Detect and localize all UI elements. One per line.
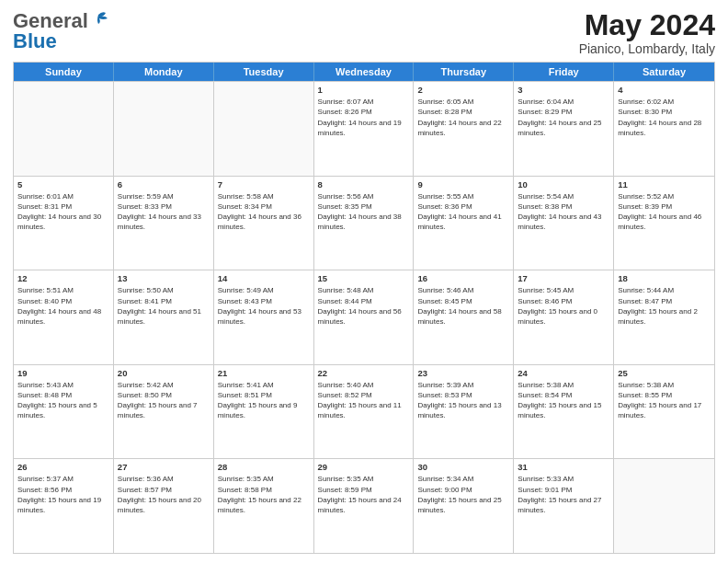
cal-cell: 25Sunrise: 5:38 AM Sunset: 8:55 PM Dayli… <box>614 365 714 459</box>
header-friday: Friday <box>514 63 614 81</box>
cal-week-2: 12Sunrise: 5:51 AM Sunset: 8:40 PM Dayli… <box>14 270 714 364</box>
day-number: 15 <box>318 273 410 283</box>
day-info: Sunrise: 5:33 AM Sunset: 9:01 PM Dayligh… <box>518 474 609 515</box>
cal-cell: 29Sunrise: 5:35 AM Sunset: 8:59 PM Dayli… <box>314 459 415 553</box>
cal-cell <box>14 82 114 176</box>
header-sunday: Sunday <box>14 63 114 81</box>
header-monday: Monday <box>114 63 214 81</box>
day-info: Sunrise: 5:59 AM Sunset: 8:33 PM Dayligh… <box>118 191 210 233</box>
cal-cell: 5Sunrise: 6:01 AM Sunset: 8:31 PM Daylig… <box>14 177 114 270</box>
day-info: Sunrise: 5:39 AM Sunset: 8:53 PM Dayligh… <box>417 380 509 421</box>
day-info: Sunrise: 5:35 AM Sunset: 8:59 PM Dayligh… <box>318 474 410 515</box>
cal-cell: 1Sunrise: 6:07 AM Sunset: 8:26 PM Daylig… <box>314 82 415 176</box>
day-info: Sunrise: 5:35 AM Sunset: 8:58 PM Dayligh… <box>218 474 310 515</box>
cal-cell: 19Sunrise: 5:43 AM Sunset: 8:48 PM Dayli… <box>14 365 114 459</box>
day-info: Sunrise: 6:02 AM Sunset: 8:30 PM Dayligh… <box>618 97 711 138</box>
day-number: 28 <box>218 462 310 472</box>
header: General Blue May 2024 Pianico, Lombardy,… <box>13 9 715 56</box>
day-number: 8 <box>318 179 410 190</box>
day-number: 22 <box>318 368 410 378</box>
day-number: 26 <box>17 462 109 472</box>
cal-cell: 7Sunrise: 5:58 AM Sunset: 8:34 PM Daylig… <box>214 177 314 270</box>
cal-week-1: 5Sunrise: 6:01 AM Sunset: 8:31 PM Daylig… <box>14 176 714 270</box>
day-number: 7 <box>218 179 310 190</box>
cal-cell: 26Sunrise: 5:37 AM Sunset: 8:56 PM Dayli… <box>14 459 114 553</box>
day-info: Sunrise: 5:48 AM Sunset: 8:44 PM Dayligh… <box>318 285 410 327</box>
cal-cell: 6Sunrise: 5:59 AM Sunset: 8:33 PM Daylig… <box>114 177 214 270</box>
cal-cell: 11Sunrise: 5:52 AM Sunset: 8:39 PM Dayli… <box>614 177 714 270</box>
cal-cell <box>614 459 714 553</box>
cal-cell: 15Sunrise: 5:48 AM Sunset: 8:44 PM Dayli… <box>314 270 415 364</box>
header-wednesday: Wednesday <box>314 63 415 81</box>
cal-cell: 21Sunrise: 5:41 AM Sunset: 8:51 PM Dayli… <box>214 365 314 459</box>
day-info: Sunrise: 5:45 AM Sunset: 8:46 PM Dayligh… <box>518 285 609 327</box>
day-number: 13 <box>118 273 210 283</box>
cal-cell: 9Sunrise: 5:55 AM Sunset: 8:36 PM Daylig… <box>414 177 514 270</box>
day-number: 17 <box>518 273 609 283</box>
day-number: 31 <box>518 462 609 472</box>
day-info: Sunrise: 5:56 AM Sunset: 8:35 PM Dayligh… <box>318 191 410 233</box>
header-saturday: Saturday <box>614 63 714 81</box>
day-number: 10 <box>518 179 609 190</box>
day-info: Sunrise: 5:43 AM Sunset: 8:48 PM Dayligh… <box>17 380 109 421</box>
day-number: 21 <box>218 368 310 378</box>
calendar-header: Sunday Monday Tuesday Wednesday Thursday… <box>14 63 714 81</box>
day-info: Sunrise: 6:04 AM Sunset: 8:29 PM Dayligh… <box>518 97 609 138</box>
day-info: Sunrise: 5:38 AM Sunset: 8:55 PM Dayligh… <box>618 380 711 421</box>
day-number: 3 <box>518 85 609 95</box>
cal-cell: 18Sunrise: 5:44 AM Sunset: 8:47 PM Dayli… <box>614 270 714 364</box>
cal-cell <box>214 82 314 176</box>
day-number: 24 <box>518 368 609 378</box>
day-number: 1 <box>318 85 410 95</box>
cal-cell: 12Sunrise: 5:51 AM Sunset: 8:40 PM Dayli… <box>14 270 114 364</box>
logo-blue-text: Blue <box>13 29 57 53</box>
cal-cell: 17Sunrise: 5:45 AM Sunset: 8:46 PM Dayli… <box>514 270 614 364</box>
day-info: Sunrise: 5:44 AM Sunset: 8:47 PM Dayligh… <box>618 285 711 327</box>
cal-cell: 24Sunrise: 5:38 AM Sunset: 8:54 PM Dayli… <box>514 365 614 459</box>
cal-week-0: 1Sunrise: 6:07 AM Sunset: 8:26 PM Daylig… <box>14 81 714 176</box>
cal-cell: 14Sunrise: 5:49 AM Sunset: 8:43 PM Dayli… <box>214 270 314 364</box>
day-number: 20 <box>118 368 210 378</box>
day-number: 18 <box>618 273 711 283</box>
calendar: Sunday Monday Tuesday Wednesday Thursday… <box>13 62 715 554</box>
cal-cell: 22Sunrise: 5:40 AM Sunset: 8:52 PM Dayli… <box>314 365 415 459</box>
day-number: 4 <box>618 85 711 95</box>
day-info: Sunrise: 5:46 AM Sunset: 8:45 PM Dayligh… <box>417 285 509 327</box>
cal-cell: 3Sunrise: 6:04 AM Sunset: 8:29 PM Daylig… <box>514 82 614 176</box>
day-info: Sunrise: 5:55 AM Sunset: 8:36 PM Dayligh… <box>417 191 509 233</box>
cal-cell: 31Sunrise: 5:33 AM Sunset: 9:01 PM Dayli… <box>514 459 614 553</box>
cal-cell: 27Sunrise: 5:36 AM Sunset: 8:57 PM Dayli… <box>114 459 214 553</box>
day-number: 9 <box>417 179 509 190</box>
cal-cell <box>114 82 214 176</box>
logo: General Blue <box>13 9 109 53</box>
day-info: Sunrise: 5:58 AM Sunset: 8:34 PM Dayligh… <box>218 191 310 233</box>
logo-bird-icon <box>89 9 109 29</box>
title-month: May 2024 <box>579 9 715 41</box>
cal-week-4: 26Sunrise: 5:37 AM Sunset: 8:56 PM Dayli… <box>14 458 714 553</box>
day-number: 29 <box>318 462 410 472</box>
title-location: Pianico, Lombardy, Italy <box>579 41 715 56</box>
day-number: 19 <box>17 368 109 378</box>
day-number: 2 <box>417 85 509 95</box>
day-number: 6 <box>118 179 210 190</box>
cal-cell: 16Sunrise: 5:46 AM Sunset: 8:45 PM Dayli… <box>414 270 514 364</box>
cal-cell: 28Sunrise: 5:35 AM Sunset: 8:58 PM Dayli… <box>214 459 314 553</box>
day-info: Sunrise: 5:36 AM Sunset: 8:57 PM Dayligh… <box>118 474 210 515</box>
day-info: Sunrise: 5:41 AM Sunset: 8:51 PM Dayligh… <box>218 380 310 421</box>
day-number: 23 <box>417 368 509 378</box>
page: General Blue May 2024 Pianico, Lombardy,… <box>0 0 728 563</box>
day-info: Sunrise: 5:51 AM Sunset: 8:40 PM Dayligh… <box>17 285 109 327</box>
title-block: May 2024 Pianico, Lombardy, Italy <box>579 9 715 56</box>
calendar-body: 1Sunrise: 6:07 AM Sunset: 8:26 PM Daylig… <box>14 81 714 553</box>
day-info: Sunrise: 5:49 AM Sunset: 8:43 PM Dayligh… <box>218 285 310 327</box>
cal-cell: 30Sunrise: 5:34 AM Sunset: 9:00 PM Dayli… <box>414 459 514 553</box>
day-number: 27 <box>118 462 210 472</box>
day-info: Sunrise: 5:40 AM Sunset: 8:52 PM Dayligh… <box>318 380 410 421</box>
day-info: Sunrise: 6:01 AM Sunset: 8:31 PM Dayligh… <box>17 191 109 233</box>
day-number: 30 <box>417 462 509 472</box>
day-info: Sunrise: 5:52 AM Sunset: 8:39 PM Dayligh… <box>618 191 711 233</box>
day-number: 14 <box>218 273 310 283</box>
day-info: Sunrise: 5:38 AM Sunset: 8:54 PM Dayligh… <box>518 380 609 421</box>
day-info: Sunrise: 5:42 AM Sunset: 8:50 PM Dayligh… <box>118 380 210 421</box>
day-info: Sunrise: 5:54 AM Sunset: 8:38 PM Dayligh… <box>518 191 609 233</box>
